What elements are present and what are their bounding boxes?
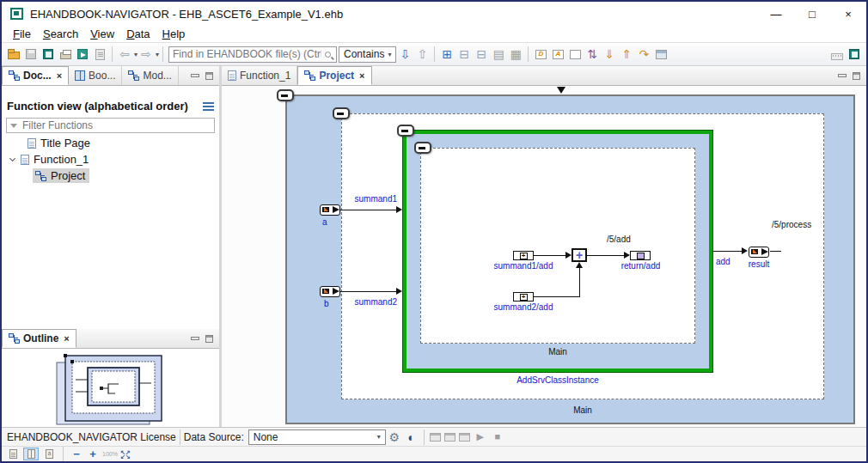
model-redo-icon[interactable]: ↷ (635, 46, 652, 63)
tree-item-function-1[interactable]: Function_1 (2, 151, 219, 168)
collapse-button[interactable] (414, 142, 431, 154)
output-block-result[interactable] (749, 247, 769, 258)
navigate-forward-icon[interactable]: ⇨ (138, 46, 155, 63)
summand2-add-block[interactable]: + (513, 292, 534, 302)
search-input[interactable] (169, 48, 325, 60)
swap-view-icon[interactable]: ⇅ (584, 46, 601, 63)
collapse-all-icon[interactable]: ⊟ (473, 46, 490, 63)
input-block-b[interactable] (320, 286, 340, 297)
selected-tree-item: Project (33, 168, 89, 183)
find-next-icon[interactable]: ⇩ (396, 46, 413, 63)
main-toolbar: ⇦ ▾ ⇨ ▾ Contains ▾ ⇩ ⇧ ⊞ ⊟ ⊟ ▤ ▦ D A ⇅ ⇓… (2, 42, 866, 66)
close-icon[interactable]: × (64, 333, 69, 344)
zoom-out-button[interactable]: − (70, 448, 83, 460)
search-icon[interactable] (325, 52, 331, 58)
tab-function-1[interactable]: Function_1 (222, 66, 297, 85)
return-add-label: return/add (600, 261, 682, 271)
contains-label: Contains (344, 48, 384, 60)
input-block-a[interactable] (320, 204, 340, 216)
maximize-button[interactable]: □ (794, 2, 830, 26)
tab-project[interactable]: Project × (297, 66, 371, 85)
contrast-icon[interactable]: ◐ (403, 429, 420, 446)
editor-column: Function_1 Project × (222, 66, 866, 427)
keyboard-shortcuts-icon[interactable] (828, 46, 846, 63)
import-values-icon[interactable]: ⇓ (601, 46, 618, 63)
calibration-window-icon[interactable] (459, 433, 470, 442)
book-view-button[interactable] (23, 448, 39, 460)
adder-block[interactable]: + (572, 248, 587, 262)
chevron-down-icon[interactable] (9, 155, 15, 161)
window-controls: — □ × (758, 2, 866, 26)
settings-gear-icon[interactable]: ⚙ (386, 429, 403, 446)
inner-main-container[interactable] (420, 148, 695, 344)
left-panel-tabs: Doc... × Boo... Mod... (2, 66, 219, 86)
tree-item-title-page[interactable]: Title Page (2, 135, 219, 151)
measure-window-icon[interactable] (444, 433, 455, 442)
export-icon[interactable] (74, 46, 91, 63)
close-icon[interactable]: × (57, 70, 62, 81)
view-menu-icon[interactable] (203, 102, 214, 111)
open-file-icon[interactable] (5, 46, 22, 63)
collapse-button[interactable] (277, 89, 294, 101)
single-page-view-button[interactable] (5, 448, 21, 460)
return-add-block[interactable] (630, 251, 651, 260)
experiment-window-icon[interactable] (430, 433, 441, 442)
app-icon (10, 8, 23, 20)
outer-main-label: Main (341, 405, 824, 415)
page-icon (21, 155, 29, 165)
contains-dropdown[interactable]: Contains ▾ (339, 46, 396, 63)
close-button[interactable]: × (830, 2, 866, 26)
play-icon[interactable]: ▶ (472, 429, 489, 446)
summand1-add-block[interactable]: + (513, 251, 534, 260)
maximize-panel-icon[interactable] (205, 335, 213, 343)
menu-help[interactable]: Help (156, 27, 192, 40)
show-list-icon[interactable]: ▤ (490, 46, 507, 63)
collapse-button[interactable] (333, 107, 350, 119)
minimize-panel-icon[interactable] (191, 74, 199, 77)
maximize-panel-icon[interactable] (205, 72, 213, 80)
open-ehandbook-icon[interactable] (40, 46, 57, 63)
tree-item-project[interactable]: Project (2, 168, 219, 184)
forward-dropdown-icon[interactable]: ▾ (156, 51, 159, 58)
menu-data[interactable]: Data (120, 27, 156, 40)
show-table-icon[interactable]: ▦ (507, 46, 524, 63)
menu-view[interactable]: View (84, 27, 120, 40)
diagram-canvas[interactable]: Main AddSrvClassInstance Main summand1 a… (222, 86, 866, 427)
print-icon[interactable] (57, 46, 74, 63)
tab-outline[interactable]: Outline × (2, 329, 76, 348)
filter-input[interactable] (21, 119, 211, 132)
minimize-panel-icon[interactable] (191, 337, 199, 340)
open-window-icon[interactable] (652, 46, 669, 63)
report-icon[interactable] (91, 46, 108, 63)
menu-file[interactable]: File (7, 27, 37, 40)
outline-thumbnail[interactable] (53, 352, 168, 428)
minimize-button[interactable]: — (758, 2, 794, 26)
result-label: result (743, 259, 775, 269)
close-icon[interactable]: × (359, 70, 364, 81)
tab-bookmarks[interactable]: Boo... (69, 66, 122, 85)
tab-document-view[interactable]: Doc... × (2, 66, 69, 85)
datasource-select[interactable]: None ▾ (248, 429, 386, 445)
tab-model-view[interactable]: Mod... (122, 66, 178, 85)
stop-icon[interactable]: ■ (489, 429, 506, 446)
find-previous-icon[interactable]: ⇧ (413, 46, 431, 63)
fit-to-screen-icon[interactable]: ↖↗ ↙↘ (120, 450, 131, 459)
collapse-button[interactable] (397, 125, 414, 137)
navigate-back-icon[interactable]: ⇦ (116, 46, 133, 63)
chevron-down-icon: ▾ (377, 433, 381, 441)
ehandbook-logo-icon (846, 46, 863, 63)
model-view-d-icon[interactable]: D (532, 46, 549, 63)
text-view-button[interactable] (41, 448, 57, 460)
save-icon[interactable] (22, 46, 40, 63)
collapse-hierarchy-icon[interactable]: ⊟ (455, 46, 473, 63)
maximize-panel-icon[interactable] (853, 72, 860, 80)
menu-search[interactable]: Search (37, 27, 84, 40)
function-view-title: Function view (alphabetical order) (7, 100, 188, 113)
model-view-a-icon[interactable]: A (549, 46, 566, 63)
zoom-in-button[interactable]: + (86, 448, 100, 460)
minimize-panel-icon[interactable] (838, 74, 847, 77)
zoom-100-button[interactable]: 100% (102, 451, 118, 457)
model-view-disabled-icon[interactable] (566, 46, 584, 63)
expand-hierarchy-icon[interactable]: ⊞ (438, 46, 455, 63)
export-values-icon[interactable]: ⇑ (618, 46, 635, 63)
